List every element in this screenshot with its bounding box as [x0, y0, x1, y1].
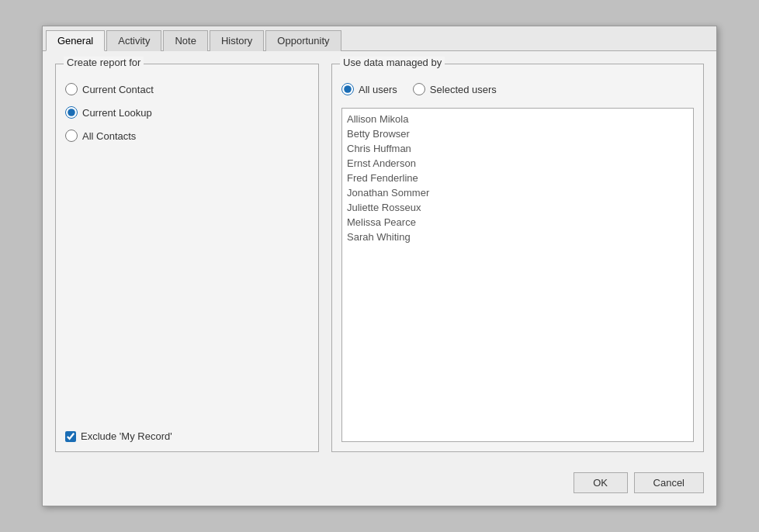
list-item[interactable]: Betty Browser: [347, 126, 688, 141]
list-item[interactable]: Fred Fenderline: [347, 171, 688, 185]
tab-activity[interactable]: Activity: [106, 30, 161, 51]
radio-current-contact[interactable]: Current Contact: [65, 83, 309, 95]
radio-all-users-input[interactable]: [341, 83, 354, 95]
exclude-my-record-checkbox[interactable]: [65, 431, 76, 442]
list-item[interactable]: Sarah Whiting: [347, 230, 688, 244]
create-report-radio-group: Current Contact Current Lookup All Conta…: [65, 83, 309, 142]
list-item[interactable]: Allison Mikola: [347, 112, 688, 126]
ok-button[interactable]: OK: [574, 472, 628, 493]
left-panel-legend: Create report for: [64, 57, 144, 68]
radio-selected-users-label: Selected users: [430, 84, 497, 95]
exclude-my-record-row: Exclude 'My Record': [65, 421, 309, 442]
list-item[interactable]: Melissa Pearce: [347, 215, 688, 230]
radio-selected-users[interactable]: Selected users: [413, 83, 497, 95]
users-list[interactable]: Allison MikolaBetty BrowserChris Huffman…: [341, 108, 694, 442]
tab-opportunity[interactable]: Opportunity: [265, 30, 341, 51]
radio-current-lookup[interactable]: Current Lookup: [65, 106, 309, 119]
right-panel: Use data managed by All users Selected u…: [331, 64, 704, 452]
right-panel-legend: Use data managed by: [340, 57, 445, 68]
data-managed-radio-group: All users Selected users: [341, 83, 694, 95]
list-item[interactable]: Juliette Rosseux: [347, 200, 688, 215]
radio-current-lookup-input[interactable]: [65, 106, 78, 119]
radio-current-contact-label: Current Contact: [82, 84, 154, 95]
radio-all-contacts[interactable]: All Contacts: [65, 130, 309, 142]
radio-all-contacts-label: All Contacts: [82, 130, 136, 142]
dialog-footer: OK Cancel: [43, 465, 716, 506]
tab-bar: General Activity Note History Opportunit…: [43, 26, 716, 51]
list-item[interactable]: Ernst Anderson: [347, 156, 688, 171]
radio-current-contact-input[interactable]: [65, 83, 78, 95]
exclude-my-record-label: Exclude 'My Record': [81, 430, 172, 442]
radio-all-contacts-input[interactable]: [65, 130, 78, 142]
left-panel-top: Current Contact Current Lookup All Conta…: [65, 77, 309, 421]
dialog-content: Create report for Current Contact Curren…: [43, 51, 716, 465]
dialog: General Activity Note History Opportunit…: [42, 26, 717, 506]
list-item[interactable]: Chris Huffman: [347, 141, 688, 156]
tab-history[interactable]: History: [210, 30, 264, 51]
cancel-button[interactable]: Cancel: [634, 472, 704, 493]
tab-general[interactable]: General: [46, 30, 105, 51]
left-panel: Create report for Current Contact Curren…: [55, 64, 319, 452]
radio-selected-users-input[interactable]: [413, 83, 425, 95]
radio-all-users[interactable]: All users: [341, 83, 397, 95]
radio-current-lookup-label: Current Lookup: [82, 107, 152, 119]
radio-all-users-label: All users: [359, 84, 397, 95]
tab-note[interactable]: Note: [163, 30, 207, 51]
list-item[interactable]: Jonathan Sommer: [347, 185, 688, 200]
